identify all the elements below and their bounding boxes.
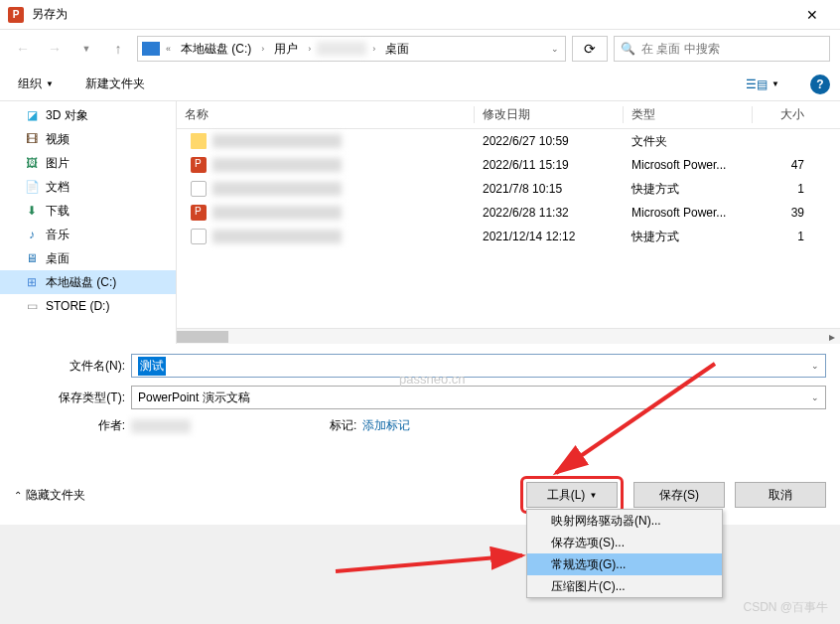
file-size: 47 [753, 158, 812, 172]
author-value-blurred[interactable] [131, 419, 191, 433]
chevron-down-icon: ▼ [589, 491, 597, 500]
filename-input[interactable]: 测试 ⌄ [131, 354, 826, 378]
cancel-button[interactable]: 取消 [735, 482, 826, 508]
sidebar-item-documents[interactable]: 📄文档 [0, 175, 176, 199]
up-button[interactable]: ↑ [105, 36, 131, 62]
tools-menu-item[interactable]: 映射网络驱动器(N)... [527, 510, 722, 532]
cube-icon: ◪ [24, 108, 40, 122]
desktop-icon: 🖥 [24, 251, 40, 265]
savetype-label: 保存类型(T): [14, 390, 131, 406]
file-row[interactable]: 2022/6/28 11:32Microsoft Power...39 [177, 201, 840, 225]
window-title: 另存为 [32, 6, 792, 23]
tools-button[interactable]: 工具(L) ▼ [526, 482, 618, 508]
sidebar-item-downloads[interactable]: ⬇下载 [0, 199, 176, 223]
tools-dropdown-menu: 映射网络驱动器(N)...保存选项(S)...常规选项(G)...压缩图片(C)… [526, 509, 723, 598]
file-size: 1 [753, 182, 812, 196]
picture-icon: 🖼 [24, 156, 40, 170]
watermark-csdn: CSDN @百事牛 [743, 599, 828, 616]
tag-label: 标记: [330, 417, 362, 434]
file-date: 2022/6/11 15:19 [475, 158, 624, 172]
file-row[interactable]: 2022/6/27 10:59文件夹 [177, 129, 840, 153]
path-seg-0[interactable]: 本地磁盘 (C:) [177, 39, 255, 60]
ppt-icon [191, 205, 207, 221]
file-name-blurred [212, 182, 342, 196]
view-button[interactable]: ☰▤▼ [739, 75, 786, 94]
file-size: 1 [753, 230, 812, 243]
search-input[interactable]: 🔍 在 桌面 中搜索 [614, 36, 830, 62]
folder-icon [142, 42, 160, 56]
chevron-up-icon: ⌃ [14, 490, 22, 501]
app-icon: P [8, 7, 24, 23]
sidebar-item-video[interactable]: 🎞视频 [0, 127, 176, 151]
organize-button[interactable]: 组织▼ [10, 72, 62, 96]
close-button[interactable]: ✕ [792, 7, 832, 23]
file-row[interactable]: 2021/12/14 12:12快捷方式1 [177, 225, 840, 248]
tools-menu-item[interactable]: 保存选项(S)... [527, 532, 722, 553]
path-seg-1[interactable]: 用户 [270, 39, 302, 60]
tag-link[interactable]: 添加标记 [362, 417, 410, 434]
titlebar: P 另存为 ✕ [0, 0, 840, 30]
savetype-dropdown[interactable]: ⌄ [807, 392, 819, 402]
path-seg-2-blurred[interactable] [317, 42, 366, 56]
file-date: 2022/6/27 10:59 [475, 134, 624, 148]
refresh-button[interactable]: ⟳ [572, 36, 608, 62]
document-icon: 📄 [24, 180, 40, 194]
download-icon: ⬇ [24, 204, 40, 218]
file-type: 快捷方式 [624, 229, 753, 245]
path-seg-3[interactable]: 桌面 [381, 39, 413, 60]
file-type: Microsoft Power... [624, 158, 753, 172]
video-icon: 🎞 [24, 132, 40, 146]
scrollbar-thumb[interactable] [177, 331, 228, 343]
sidebar-item-3d[interactable]: ◪3D 对象 [0, 103, 176, 127]
path-dropdown[interactable]: ⌄ [549, 44, 561, 54]
recent-dropdown[interactable]: ▼ [73, 36, 99, 62]
file-name-blurred [212, 158, 342, 172]
tools-menu-item[interactable]: 常规选项(G)... [527, 553, 722, 575]
col-type[interactable]: 类型 [624, 106, 753, 123]
save-button[interactable]: 保存(S) [633, 482, 725, 508]
disk-icon: ⊞ [24, 275, 40, 289]
link-icon [191, 181, 207, 197]
col-date[interactable]: 修改日期 [475, 106, 624, 123]
savetype-select[interactable]: PowerPoint 演示文稿 ⌄ [131, 386, 826, 409]
file-name-blurred [212, 230, 342, 243]
back-button[interactable]: ← [10, 36, 36, 62]
nav-row: ← → ▼ ↑ « 本地磁盘 (C:) › 用户 › › 桌面 ⌄ ⟳ 🔍 在 … [0, 30, 840, 68]
help-button[interactable]: ? [810, 75, 830, 94]
horizontal-scrollbar[interactable]: ▸ [177, 328, 840, 344]
sidebar-item-disk-c[interactable]: ⊞本地磁盘 (C:) [0, 270, 176, 294]
file-type: 快捷方式 [624, 181, 753, 198]
sidebar-item-pictures[interactable]: 🖼图片 [0, 151, 176, 175]
annotation-arrow-2 [328, 542, 536, 581]
col-size[interactable]: 大小 [753, 106, 812, 123]
svg-line-1 [336, 555, 522, 571]
ppt-icon [191, 157, 207, 173]
forward-button[interactable]: → [42, 36, 68, 62]
file-type: 文件夹 [624, 133, 753, 150]
scrollbar-arrow-right[interactable]: ▸ [824, 329, 840, 345]
col-name[interactable]: 名称 [177, 106, 475, 123]
form-area: 文件名(N): 测试 ⌄ 保存类型(T): PowerPoint 演示文稿 ⌄ … [0, 344, 840, 440]
path-box[interactable]: « 本地磁盘 (C:) › 用户 › › 桌面 ⌄ [137, 36, 566, 62]
file-name-blurred [212, 134, 342, 148]
sidebar-item-disk-d[interactable]: ▭STORE (D:) [0, 294, 176, 318]
sidebar-item-music[interactable]: ♪音乐 [0, 223, 176, 246]
tools-menu-item[interactable]: 压缩图片(C)... [527, 575, 722, 597]
file-size: 39 [753, 206, 812, 220]
file-row[interactable]: 2021/7/8 10:15快捷方式1 [177, 177, 840, 201]
chevron-icon: › [370, 44, 377, 54]
hide-folders-button[interactable]: ⌃ 隐藏文件夹 [14, 487, 85, 504]
new-folder-button[interactable]: 新建文件夹 [77, 72, 153, 96]
file-row[interactable]: 2022/6/11 15:19Microsoft Power...47 [177, 153, 840, 177]
file-header: 名称 修改日期 类型 大小 [177, 101, 840, 129]
body-area: ◪3D 对象 🎞视频 🖼图片 📄文档 ⬇下载 ♪音乐 🖥桌面 ⊞本地磁盘 (C:… [0, 101, 840, 344]
file-list: 名称 修改日期 类型 大小 2022/6/27 10:59文件夹2022/6/1… [177, 101, 840, 344]
filename-label: 文件名(N): [14, 358, 131, 375]
sidebar: ◪3D 对象 🎞视频 🖼图片 📄文档 ⬇下载 ♪音乐 🖥桌面 ⊞本地磁盘 (C:… [0, 101, 177, 344]
filename-dropdown[interactable]: ⌄ [807, 361, 819, 371]
sidebar-item-desktop[interactable]: 🖥桌面 [0, 246, 176, 270]
search-icon: 🔍 [621, 42, 635, 56]
file-date: 2021/12/14 12:12 [475, 230, 624, 243]
file-date: 2021/7/8 10:15 [475, 182, 624, 196]
file-name-blurred [212, 206, 342, 220]
